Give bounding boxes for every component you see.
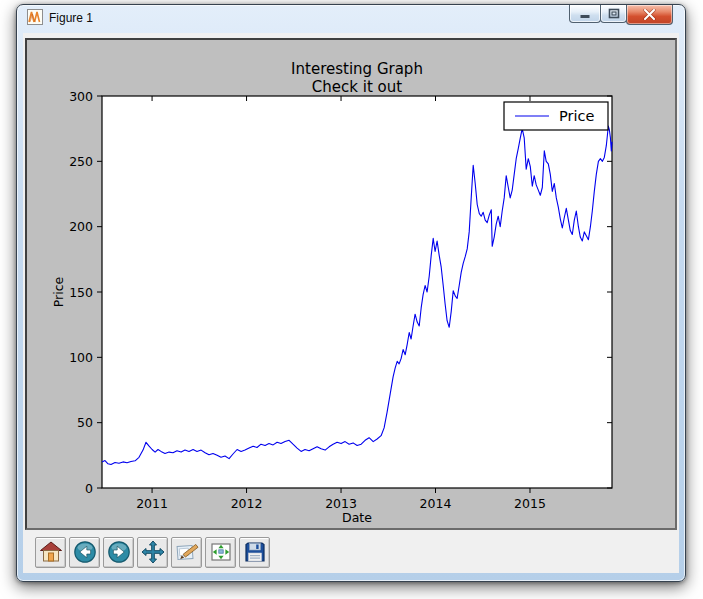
matplotlib-toolbar bbox=[25, 535, 677, 569]
figure-canvas[interactable]: 20112012201320142015050100150200250300In… bbox=[25, 38, 677, 530]
pan-icon bbox=[141, 540, 165, 564]
svg-text:2012: 2012 bbox=[231, 496, 263, 511]
window-title: Figure 1 bbox=[49, 11, 93, 27]
zoom-to-rect-icon bbox=[175, 540, 199, 564]
svg-text:50: 50 bbox=[77, 415, 93, 430]
svg-text:0: 0 bbox=[85, 481, 93, 496]
zoom-to-rect-button[interactable] bbox=[171, 537, 202, 568]
pan-button[interactable] bbox=[137, 537, 168, 568]
svg-text:100: 100 bbox=[69, 350, 93, 365]
forward-button[interactable] bbox=[103, 537, 134, 568]
svg-text:2011: 2011 bbox=[136, 496, 168, 511]
back-icon bbox=[73, 540, 97, 564]
configure-subplots-icon bbox=[209, 540, 233, 564]
save-icon bbox=[243, 540, 267, 564]
maximize-button[interactable] bbox=[600, 5, 627, 23]
matplotlib-icon bbox=[27, 9, 43, 29]
titlebar[interactable]: Figure 1 bbox=[17, 5, 685, 32]
svg-text:Price: Price bbox=[51, 276, 66, 307]
forward-icon bbox=[107, 540, 131, 564]
svg-text:Price: Price bbox=[559, 108, 594, 124]
svg-text:250: 250 bbox=[69, 154, 93, 169]
client-area: 20112012201320142015050100150200250300In… bbox=[23, 33, 679, 573]
back-button[interactable] bbox=[69, 537, 100, 568]
window-controls bbox=[570, 5, 673, 25]
desktop: Figure 1 bbox=[0, 0, 703, 599]
close-button[interactable] bbox=[626, 5, 673, 25]
svg-text:2015: 2015 bbox=[514, 496, 546, 511]
svg-text:Check it out: Check it out bbox=[312, 78, 402, 96]
svg-text:200: 200 bbox=[69, 219, 93, 234]
configure-subplots-button[interactable] bbox=[205, 537, 236, 568]
svg-text:Date: Date bbox=[342, 510, 372, 525]
svg-text:150: 150 bbox=[69, 285, 93, 300]
home-icon bbox=[39, 540, 63, 564]
figure-canvas-svg: 20112012201320142015050100150200250300In… bbox=[27, 40, 675, 528]
minimize-button[interactable] bbox=[569, 5, 601, 23]
svg-text:Interesting Graph: Interesting Graph bbox=[291, 60, 423, 78]
save-button[interactable] bbox=[239, 537, 270, 568]
figure-window: Figure 1 bbox=[16, 4, 686, 582]
svg-text:2013: 2013 bbox=[325, 496, 357, 511]
home-button[interactable] bbox=[35, 537, 66, 568]
svg-text:2014: 2014 bbox=[420, 496, 452, 511]
svg-text:300: 300 bbox=[69, 89, 93, 104]
